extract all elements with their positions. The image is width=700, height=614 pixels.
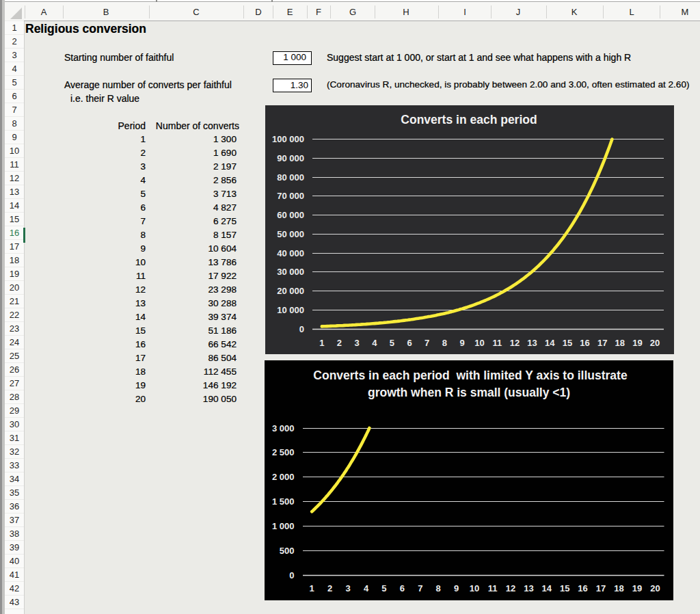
svg-text:1 000: 1 000 — [272, 521, 295, 531]
svg-text:7: 7 — [418, 583, 422, 593]
svg-text:10 000: 10 000 — [277, 305, 304, 315]
svg-text:18: 18 — [615, 338, 625, 348]
svg-text:80 000: 80 000 — [277, 172, 304, 183]
svg-text:14: 14 — [542, 583, 552, 593]
svg-text:12: 12 — [506, 583, 515, 593]
svg-text:50 000: 50 000 — [277, 229, 304, 239]
svg-text:0: 0 — [289, 570, 294, 580]
svg-text:2: 2 — [327, 583, 332, 593]
svg-text:0: 0 — [299, 324, 304, 334]
svg-text:13: 13 — [524, 583, 533, 593]
svg-text:2 500: 2 500 — [272, 447, 295, 457]
svg-text:6: 6 — [400, 583, 405, 593]
svg-text:14: 14 — [545, 338, 555, 348]
svg-text:9: 9 — [454, 583, 459, 593]
svg-text:8: 8 — [436, 583, 441, 593]
svg-text:100 000: 100 000 — [272, 134, 304, 144]
svg-text:5: 5 — [390, 338, 394, 348]
svg-text:19: 19 — [632, 338, 642, 348]
svg-text:18: 18 — [614, 583, 623, 593]
svg-text:17: 17 — [597, 338, 607, 348]
svg-text:17: 17 — [596, 583, 606, 593]
svg-text:growth when R is small (usuall: growth when R is small (usually <1) — [368, 386, 570, 399]
svg-text:2: 2 — [337, 338, 342, 348]
svg-text:10: 10 — [470, 583, 479, 593]
svg-text:500: 500 — [280, 546, 295, 556]
svg-text:8: 8 — [442, 338, 447, 348]
svg-text:2 000: 2 000 — [272, 472, 295, 482]
svg-text:Converts in each period: Converts in each period — [401, 113, 537, 126]
svg-text:6: 6 — [407, 338, 412, 348]
svg-text:60 000: 60 000 — [277, 210, 304, 220]
svg-text:1: 1 — [319, 338, 324, 348]
svg-text:4: 4 — [364, 583, 369, 593]
svg-text:15: 15 — [560, 583, 569, 593]
svg-text:Converts in each period with: Converts in each period with limited Y a… — [313, 369, 628, 382]
svg-text:20 000: 20 000 — [277, 286, 304, 296]
svg-text:7: 7 — [425, 338, 429, 348]
svg-text:20: 20 — [650, 338, 660, 348]
svg-text:3: 3 — [345, 583, 350, 593]
svg-text:3 000: 3 000 — [272, 423, 295, 433]
svg-text:4: 4 — [372, 338, 377, 348]
svg-text:70 000: 70 000 — [277, 191, 304, 201]
svg-text:12: 12 — [510, 338, 520, 348]
svg-text:90 000: 90 000 — [277, 153, 304, 163]
svg-text:3: 3 — [354, 338, 359, 348]
svg-text:16: 16 — [578, 583, 587, 593]
svg-text:16: 16 — [580, 338, 589, 348]
svg-text:9: 9 — [459, 338, 464, 348]
svg-text:30 000: 30 000 — [277, 267, 304, 277]
svg-text:15: 15 — [563, 338, 572, 348]
svg-text:19: 19 — [632, 583, 642, 593]
svg-text:13: 13 — [527, 338, 537, 348]
svg-text:11: 11 — [488, 583, 498, 593]
svg-text:1 500: 1 500 — [272, 496, 295, 507]
svg-text:10: 10 — [474, 338, 484, 348]
svg-text:1: 1 — [310, 583, 314, 593]
svg-text:11: 11 — [492, 338, 502, 348]
svg-text:5: 5 — [381, 583, 386, 593]
svg-text:40 000: 40 000 — [277, 248, 304, 258]
svg-text:20: 20 — [650, 583, 660, 593]
